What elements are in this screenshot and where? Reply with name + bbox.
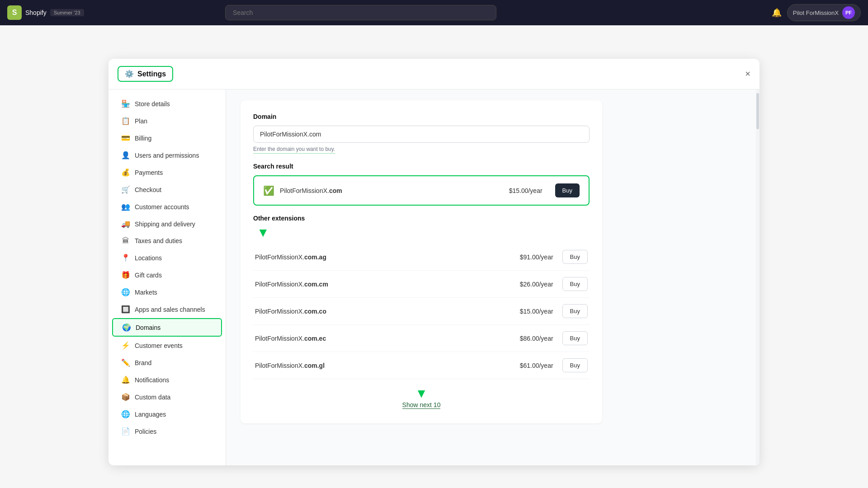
show-next-wrap: ▼ Show next 10 [253,379,590,411]
sidebar-item-payments[interactable]: 💰 Payments [112,164,222,181]
sidebar-shipping-delivery-icon: 🚚 [121,220,130,228]
sidebar-brand-label: Brand [135,359,151,366]
sidebar: 🏪 Store details 📋 Plan 💳 Billing 👤 Users… [108,89,226,465]
ext-price: $61.00/year [504,362,553,369]
sidebar-policies-icon: 📄 [121,427,130,436]
sidebar-locations-icon: 📍 [121,253,130,262]
sidebar-languages-icon: 🌐 [121,410,130,418]
primary-domain-price: $15.00/year [509,187,542,194]
sidebar-store-details-icon: 🏪 [121,99,130,108]
sidebar-custom-data-label: Custom data [135,394,170,401]
ext-price: $91.00/year [504,253,553,261]
sidebar-item-customer-events[interactable]: ⚡ Customer events [112,337,222,354]
sidebar-plan-icon: 📋 [121,117,130,125]
search-result-label: Search result [253,163,590,170]
sidebar-item-plan[interactable]: 📋 Plan [112,113,222,129]
sidebar-item-shipping-delivery[interactable]: 🚚 Shipping and delivery [112,216,222,232]
topbar: S Shopify Summer '23 🔔 Pilot ForMissionX… [0,0,868,25]
show-next-link[interactable]: Show next 10 [402,401,441,409]
search-result-box: ✅ PilotForMissionX.com $15.00/year Buy [253,175,590,206]
user-name: Pilot ForMissionX [793,9,839,16]
sidebar-item-gift-cards[interactable]: 🎁 Gift cards [112,267,222,283]
ext-price: $26.00/year [504,281,553,288]
arrow-down-icon: ▼ [257,225,590,240]
check-icon: ✅ [263,185,274,196]
sidebar-customer-accounts-label: Customer accounts [135,203,189,211]
sidebar-apps-sales-channels-icon: 🔲 [121,305,130,314]
ext-price: $15.00/year [504,308,553,315]
sidebar-item-users-permissions[interactable]: 👤 Users and permissions [112,147,222,164]
gear-icon: ⚙️ [125,70,134,78]
user-menu[interactable]: Pilot ForMissionX PF [787,4,861,21]
sidebar-locations-label: Locations [135,254,162,262]
sidebar-item-billing[interactable]: 💳 Billing [112,130,222,146]
sidebar-customer-accounts-icon: 👥 [121,202,130,211]
domain-hint: Enter the domain you want to buy. [253,146,335,154]
sidebar-customer-events-icon: ⚡ [121,341,130,350]
ext-domain-name: PilotForMissionX.com.gl [255,362,504,369]
sidebar-item-policies[interactable]: 📄 Policies [112,423,222,440]
sidebar-item-languages[interactable]: 🌐 Languages [112,406,222,422]
sidebar-billing-label: Billing [135,135,151,142]
sidebar-payments-icon: 💰 [121,168,130,177]
sidebar-domains-icon: 🌍 [122,323,131,332]
sidebar-languages-label: Languages [135,411,166,418]
show-next-arrow-icon: ▼ [253,386,590,401]
search-input[interactable] [225,5,496,20]
extensions-label: Other extensions [253,215,590,222]
domain-input[interactable] [253,126,590,143]
sidebar-item-custom-data[interactable]: 📦 Custom data [112,389,222,405]
search-area[interactable] [225,5,496,20]
sidebar-taxes-duties-label: Taxes and duties [135,237,182,244]
sidebar-item-locations[interactable]: 📍 Locations [112,249,222,266]
sidebar-item-checkout[interactable]: 🛒 Checkout [112,181,222,198]
sidebar-markets-icon: 🌐 [121,288,130,296]
sidebar-item-taxes-duties[interactable]: 🏛 Taxes and duties [112,233,222,249]
domain-card: Domain Enter the domain you want to buy.… [241,100,602,423]
ext-domain-name: PilotForMissionX.com.co [255,308,504,315]
sidebar-item-brand[interactable]: ✏️ Brand [112,354,222,371]
ext-buy-button[interactable]: Buy [562,331,588,345]
ext-buy-button[interactable]: Buy [562,277,588,291]
sidebar-item-customer-accounts[interactable]: 👥 Customer accounts [112,198,222,215]
extension-row: PilotForMissionX.com.cm $26.00/year Buy [253,271,590,298]
season-badge: Summer '23 [50,9,84,16]
sidebar-item-markets[interactable]: 🌐 Markets [112,284,222,300]
extension-row: PilotForMissionX.com.ec $86.00/year Buy [253,325,590,352]
sidebar-users-permissions-label: Users and permissions [135,152,199,159]
modal-header: ⚙️ Settings × [108,59,760,89]
sidebar-checkout-icon: 🛒 [121,185,130,194]
ext-buy-button[interactable]: Buy [562,250,588,264]
sidebar-customer-events-label: Customer events [135,342,183,349]
scrollbar-thumb [756,93,759,129]
sidebar-item-store-details[interactable]: 🏪 Store details [112,95,222,112]
logo-area: S Shopify Summer '23 [7,5,84,20]
sidebar-gift-cards-icon: 🎁 [121,271,130,279]
sidebar-payments-label: Payments [135,169,163,176]
scrollbar[interactable] [756,89,760,465]
ext-domain-name: PilotForMissionX.com.cm [255,281,504,288]
sidebar-item-apps-sales-channels[interactable]: 🔲 Apps and sales channels [112,301,222,318]
avatar: PF [842,6,855,19]
ext-domain-name: PilotForMissionX.com.ag [255,253,504,261]
sidebar-taxes-duties-icon: 🏛 [121,237,130,245]
notifications-bell-icon[interactable]: 🔔 [772,8,782,18]
sidebar-item-notifications[interactable]: 🔔 Notifications [112,371,222,388]
sidebar-plan-label: Plan [135,117,147,125]
ext-buy-button[interactable]: Buy [562,304,588,318]
primary-domain-name: PilotForMissionX.com [280,187,504,194]
sidebar-notifications-icon: 🔔 [121,375,130,384]
settings-label: Settings [137,70,166,78]
ext-buy-button[interactable]: Buy [562,358,588,372]
ext-price: $86.00/year [504,335,553,342]
sidebar-item-domains[interactable]: 🌍 Domains [112,318,222,337]
primary-buy-button[interactable]: Buy [555,183,580,197]
sidebar-brand-icon: ✏️ [121,358,130,367]
sidebar-policies-label: Policies [135,428,156,435]
sidebar-domains-label: Domains [136,324,160,331]
sidebar-checkout-label: Checkout [135,186,161,193]
sidebar-billing-icon: 💳 [121,134,130,142]
close-button[interactable]: × [745,69,750,79]
shopify-logo-icon: S [7,5,22,20]
app-name: Shopify [25,9,47,16]
